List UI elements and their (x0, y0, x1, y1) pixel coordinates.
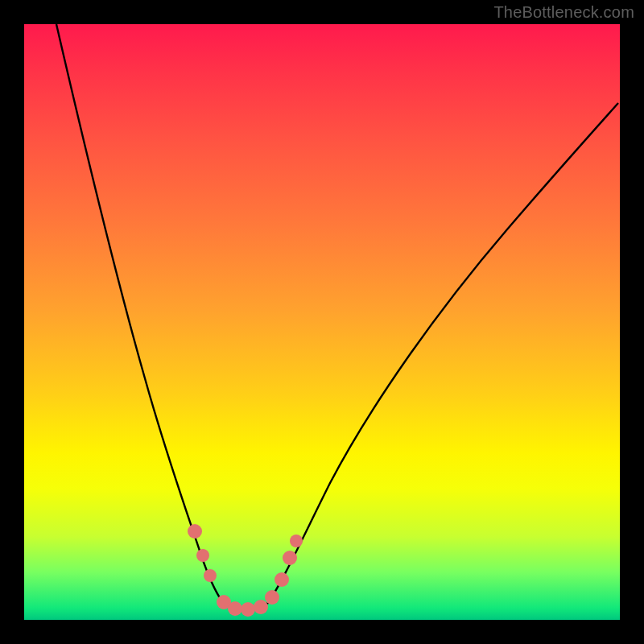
curve-layer (24, 24, 620, 620)
marker-dot (275, 572, 289, 587)
marker-dot (188, 524, 202, 539)
plot-area (24, 24, 620, 620)
chart-frame: TheBottleneck.com (0, 0, 644, 644)
marker-dot (228, 601, 242, 616)
left-curve (56, 24, 224, 604)
marker-dot (204, 569, 217, 582)
watermark-text: TheBottleneck.com (493, 3, 634, 22)
marker-dot (290, 535, 303, 547)
marker-dot (196, 549, 209, 562)
right-curve (267, 103, 618, 604)
marker-dot (283, 551, 297, 565)
marker-dot (241, 602, 255, 617)
marker-group (188, 524, 303, 617)
marker-dot (254, 600, 268, 614)
marker-dot (265, 590, 279, 605)
